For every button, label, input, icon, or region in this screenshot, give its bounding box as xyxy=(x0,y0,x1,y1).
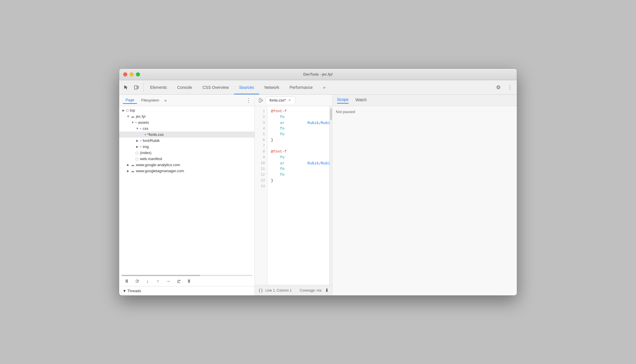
editor-tabs: fonts.css* ✕ xyxy=(255,95,332,106)
editor-tab-label: fonts.css* xyxy=(270,98,286,102)
tree-arrow: ▶ xyxy=(126,169,130,172)
tab-more[interactable]: » xyxy=(318,80,331,94)
tree-label-css: css xyxy=(143,126,149,131)
tree-item-img[interactable]: ▶ ▪ img xyxy=(119,144,255,150)
folder-icon: □ xyxy=(126,108,128,112)
tree-item-css[interactable]: ▼ ▪ css xyxy=(119,125,255,132)
status-right: Coverage: n/a ⬇ xyxy=(300,288,329,293)
cloud-icon: ☁ xyxy=(131,114,134,119)
settings-icon[interactable]: ⚙ xyxy=(494,83,503,92)
toolbar-right: ⚙ ⋮ xyxy=(494,83,515,92)
file-tree: ▶ □ top ▼ ☁ jec.fyi ▼ ▪ assets xyxy=(119,106,255,275)
close-button[interactable] xyxy=(123,72,127,76)
threads-section: ▼ Threads xyxy=(119,286,255,295)
tree-arrow: ▼ xyxy=(131,121,135,124)
svg-rect-0 xyxy=(134,86,137,89)
svg-line-9 xyxy=(261,100,263,102)
line-numbers: 1 2 3 4 5 6 7 8 9 10 11 12 13 14 xyxy=(255,106,268,285)
sidebar-tabs-more[interactable]: » xyxy=(164,98,167,103)
step-button[interactable]: → xyxy=(164,277,172,285)
sidebar-menu-icon[interactable]: ⋮ xyxy=(246,97,251,104)
tab-css-overview[interactable]: CSS Overview xyxy=(197,80,234,94)
tab-elements[interactable]: Elements xyxy=(145,80,172,94)
folder-icon: ▪ xyxy=(140,138,141,143)
pause-button[interactable]: ⏸ xyxy=(123,277,131,285)
tab-sources[interactable]: Sources xyxy=(234,80,259,94)
debugger-panel: Scope Watch Not paused xyxy=(332,95,517,295)
svg-rect-7 xyxy=(259,98,261,102)
tree-item-top[interactable]: ▶ □ top xyxy=(119,107,255,113)
tree-label-img: img xyxy=(143,145,149,149)
tree-item-jec-fyi[interactable]: ▼ ☁ jec.fyi xyxy=(119,113,255,119)
tree-item-font-rubik[interactable]: ▶ ▪ font/Rubik xyxy=(119,138,255,144)
devtools-window: DevTools - jec.fyi/ Elements Console xyxy=(119,68,517,296)
format-button[interactable]: {} xyxy=(258,288,263,293)
debugger-tab-watch[interactable]: Watch xyxy=(356,97,367,103)
step-over-button[interactable] xyxy=(133,277,141,285)
file-icon: ◻ xyxy=(135,157,139,161)
code-content: @font-f fo srRubik/Rubik-Regular.ttf); f… xyxy=(268,106,329,285)
tree-item-web-manifest[interactable]: ◻ web.manifest xyxy=(119,156,255,162)
scrollbar[interactable] xyxy=(329,106,332,285)
collapse-sidebar-button[interactable] xyxy=(257,96,265,104)
sidebar-tab-filesystem[interactable]: Filesystem xyxy=(138,97,162,104)
devtools-main: Page Filesystem » ⋮ ▶ □ top ▼ ☁ xyxy=(119,95,517,295)
tree-label-top: top xyxy=(130,108,135,112)
tab-network[interactable]: Network xyxy=(259,80,284,94)
tree-item-google-analytics[interactable]: ▶ ☁ www.google-analytics.com xyxy=(119,162,255,168)
coverage-icon[interactable]: ⬇ xyxy=(325,288,329,293)
devtools-toolbar: Elements Console CSS Overview Sources Ne… xyxy=(119,80,517,95)
cursor-position: Line 1, Column 1 xyxy=(265,288,292,292)
tab-performance[interactable]: Performance xyxy=(284,80,318,94)
file-icon: ◻ xyxy=(135,151,139,155)
folder-icon: ▪ xyxy=(135,120,137,125)
code-editor[interactable]: 1 2 3 4 5 6 7 8 9 10 11 12 13 14 @font-f xyxy=(255,106,332,285)
device-toggle-icon[interactable] xyxy=(132,83,141,92)
svg-point-4 xyxy=(179,280,180,281)
sidebar-tab-page[interactable]: Page xyxy=(123,97,137,104)
window-title: DevTools - jec.fyi/ xyxy=(303,72,333,76)
tree-label-google-analytics: www.google-analytics.com xyxy=(136,163,180,167)
blackbox-button[interactable] xyxy=(175,277,183,285)
minimize-button[interactable] xyxy=(130,72,134,76)
tree-item-fonts-css[interactable]: ▪ *fonts.css xyxy=(119,132,255,138)
tab-console[interactable]: Console xyxy=(172,80,197,94)
debugger-content: Not paused xyxy=(332,106,517,295)
toolbar-icons xyxy=(121,83,144,92)
debug-toolbar: ⏸ ↓ ↑ → xyxy=(119,276,255,286)
editor-tab-fonts-css[interactable]: fonts.css* ✕ xyxy=(266,97,295,104)
tab-close-button[interactable]: ✕ xyxy=(287,98,291,102)
tree-label-jec-fyi: jec.fyi xyxy=(136,114,145,119)
tree-item-googletagmanager[interactable]: ▶ ☁ www.googletagmanager.com xyxy=(119,168,255,174)
tree-arrow: ▶ xyxy=(135,139,139,142)
tree-label-web-manifest: web.manifest xyxy=(140,157,162,161)
tree-item-assets[interactable]: ▼ ▪ assets xyxy=(119,119,255,125)
editor-status: {} Line 1, Column 1 Coverage: n/a ⬇ xyxy=(255,285,332,295)
cloud-icon: ☁ xyxy=(131,169,134,173)
step-out-button[interactable]: ↑ xyxy=(154,277,162,285)
folder-icon: ▪ xyxy=(140,126,141,131)
sidebar-tabs: Page Filesystem » ⋮ xyxy=(119,95,255,106)
maximize-button[interactable] xyxy=(136,72,140,76)
more-options-icon[interactable]: ⋮ xyxy=(505,83,515,92)
cloud-icon: ☁ xyxy=(131,163,134,167)
pause-on-exceptions-button[interactable]: ⏸ xyxy=(185,277,193,285)
threads-header[interactable]: ▼ Threads xyxy=(123,289,251,293)
step-into-button[interactable]: ↓ xyxy=(143,277,151,285)
svg-line-8 xyxy=(261,99,263,100)
tree-label-index: (index) xyxy=(140,151,151,155)
tree-item-index[interactable]: ◻ (index) xyxy=(119,150,255,156)
tree-arrow: ▶ xyxy=(121,109,126,112)
threads-label: ▼ Threads xyxy=(123,289,141,293)
editor-area: fonts.css* ✕ 1 2 3 4 5 6 7 8 9 10 11 xyxy=(255,95,332,295)
debugger-tabs: Scope Watch xyxy=(332,95,517,106)
cursor-icon[interactable] xyxy=(121,83,131,92)
tree-arrow: ▼ xyxy=(135,127,139,130)
debugger-tab-scope[interactable]: Scope xyxy=(337,97,349,104)
traffic-lights xyxy=(123,72,140,76)
tree-label-font-rubik: font/Rubik xyxy=(143,138,160,143)
titlebar: DevTools - jec.fyi/ xyxy=(119,69,517,80)
folder-icon: ▪ xyxy=(140,145,141,149)
tree-label-googletagmanager: www.googletagmanager.com xyxy=(136,169,184,173)
coverage-status: Coverage: n/a xyxy=(300,288,321,292)
